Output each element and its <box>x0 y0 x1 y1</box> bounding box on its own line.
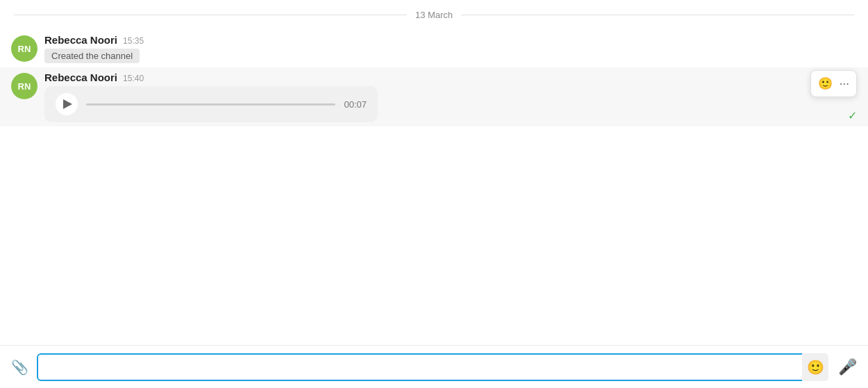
message-row: RN Rebecca Noori 15:40 00:07 🙂 ··· ✓ <box>0 67 868 126</box>
mic-button[interactable]: 🎤 <box>835 355 860 379</box>
message-content: Rebecca Noori 15:35 Created the channel <box>44 34 857 63</box>
attach-button[interactable]: 📎 <box>8 356 31 378</box>
message-row: RN Rebecca Noori 15:35 Created the chann… <box>0 30 868 67</box>
message-header: Rebecca Noori 15:40 <box>44 71 857 83</box>
sender-name: Rebecca Noori <box>44 71 117 83</box>
message-time: 15:40 <box>123 74 144 83</box>
avatar: RN <box>11 73 37 99</box>
audio-duration: 00:07 <box>344 99 367 110</box>
message-time: 15:35 <box>123 36 144 46</box>
message-input[interactable] <box>37 353 806 381</box>
read-checkmark: ✓ <box>848 109 857 122</box>
emoji-react-button[interactable]: 🙂 <box>815 74 835 94</box>
emoji-button[interactable]: 🙂 <box>802 353 828 381</box>
more-options-button[interactable]: ··· <box>837 74 852 94</box>
sender-name: Rebecca Noori <box>44 34 117 46</box>
mic-icon: 🎤 <box>838 358 857 376</box>
audio-waveform <box>86 103 335 106</box>
audio-message: 00:07 <box>44 86 378 122</box>
chat-area: 13 March RN Rebecca Noori 15:35 Created … <box>0 0 868 345</box>
emoji-icon: 🙂 <box>807 359 824 376</box>
date-divider-line-left <box>14 15 407 15</box>
date-divider-text: 13 March <box>415 10 453 20</box>
attach-icon: 📎 <box>11 359 28 376</box>
channel-created-badge: Created the channel <box>44 49 140 63</box>
message-actions: 🙂 ··· <box>810 70 857 97</box>
date-divider-line-right <box>461 15 854 15</box>
input-bar: 📎 🙂 🎤 <box>0 345 868 388</box>
date-divider: 13 March <box>0 0 868 30</box>
avatar: RN <box>11 35 37 62</box>
play-button[interactable] <box>56 93 78 115</box>
message-header: Rebecca Noori 15:35 <box>44 34 857 46</box>
play-icon <box>63 99 72 109</box>
message-content: Rebecca Noori 15:40 00:07 <box>44 71 857 122</box>
